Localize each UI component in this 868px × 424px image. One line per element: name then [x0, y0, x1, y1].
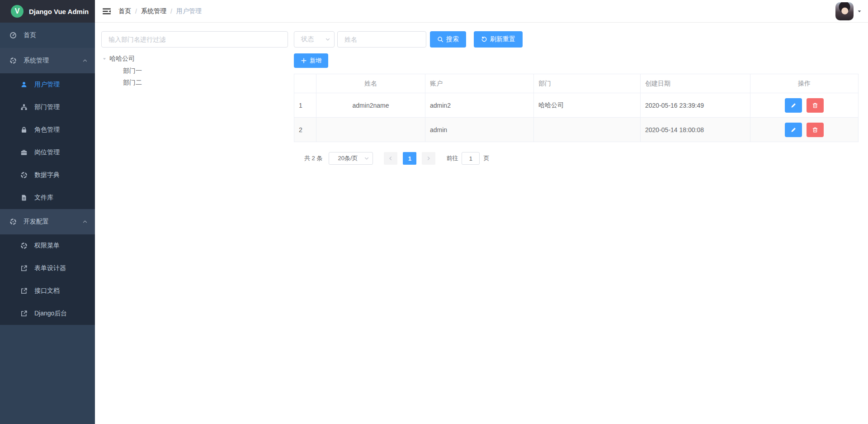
submenu-system: 用户管理 部门管理 角色管理 — [0, 73, 95, 209]
cell-created: 2020-05-16 23:39:49 — [641, 93, 750, 118]
sidebar-item-dept-mgmt[interactable]: 部门管理 — [0, 96, 95, 119]
cell-account: admin2 — [425, 93, 534, 118]
search-icon — [437, 36, 443, 43]
cell-actions — [750, 93, 859, 118]
content: 哈哈公司 部门一 部门二 状态 — [95, 23, 868, 424]
tree-node-child[interactable]: 部门二 — [101, 76, 288, 88]
goto-page-input[interactable] — [462, 152, 480, 165]
sidebar-submenu-system[interactable]: 系统管理 — [0, 48, 95, 73]
cell-index: 2 — [294, 118, 316, 142]
column-header-created: 创建日期 — [641, 74, 750, 93]
dept-filter-input[interactable] — [101, 31, 288, 48]
sidebar-item-permission-menu[interactable]: 权限菜单 — [0, 234, 95, 257]
caret-down-icon[interactable] — [857, 9, 862, 14]
goto-label: 前往 — [446, 154, 458, 162]
cell-name: admin2name — [316, 93, 425, 118]
sidebar-item-label: 开发配置 — [24, 218, 49, 226]
main-area: 首页 / 系统管理 / 用户管理 — [95, 0, 868, 424]
system-icon — [9, 57, 17, 65]
page-size-value: 20条/页 — [338, 154, 358, 162]
dashboard-icon — [9, 31, 17, 39]
edit-button[interactable] — [785, 98, 802, 113]
sidebar-item-label: 岗位管理 — [34, 148, 60, 157]
logo-bar[interactable]: V Django Vue Admin — [0, 0, 95, 23]
document-icon — [20, 194, 28, 202]
sidebar-menu: 首页 系统管理 用户管理 — [0, 23, 95, 424]
table-row: 1 admin2name admin2 哈哈公司 2020-05-16 23:3… — [294, 93, 859, 118]
reset-button-label: 刷新重置 — [490, 35, 515, 43]
search-button[interactable]: 搜索 — [430, 31, 466, 48]
status-select[interactable]: 状态 — [294, 31, 335, 48]
org-tree-icon — [20, 103, 28, 111]
dept-tree-panel: 哈哈公司 部门一 部门二 — [101, 31, 288, 424]
prev-page-button[interactable] — [384, 152, 397, 165]
topbar: 首页 / 系统管理 / 用户管理 — [95, 0, 868, 23]
delete-button[interactable] — [807, 123, 824, 137]
sidebar-item-post-mgmt[interactable]: 岗位管理 — [0, 141, 95, 164]
add-user-button[interactable]: 新增 — [294, 53, 328, 68]
cell-actions — [750, 118, 859, 142]
user-avatar[interactable] — [835, 2, 854, 20]
dept-tree: 哈哈公司 部门一 部门二 — [101, 53, 288, 88]
sidebar-item-label: 接口文档 — [34, 287, 60, 295]
cell-account: admin — [425, 118, 534, 142]
name-search-input[interactable] — [337, 31, 426, 48]
sidebar-item-label: 文件库 — [34, 194, 53, 202]
sidebar-item-data-dict[interactable]: 数据字典 — [0, 164, 95, 186]
lock-icon — [20, 126, 28, 134]
sidebar-item-home[interactable]: 首页 — [0, 23, 95, 48]
column-header-name: 姓名 — [316, 74, 425, 93]
sidebar-item-api-docs[interactable]: 接口文档 — [0, 280, 95, 302]
refresh-reset-button[interactable]: 刷新重置 — [474, 31, 523, 48]
cell-dept — [534, 118, 641, 142]
sidebar-submenu-dev-config[interactable]: 开发配置 — [0, 209, 95, 234]
status-select-value: 状态 — [301, 35, 314, 43]
breadcrumb-separator: / — [170, 8, 172, 15]
pagination: 共 2 条 20条/页 1 — [294, 152, 859, 165]
table-header-row: 姓名 账户 部门 创建日期 操作 — [294, 74, 859, 93]
breadcrumb-system[interactable]: 系统管理 — [141, 7, 166, 15]
sidebar-item-django-admin[interactable]: Django后台 — [0, 302, 95, 325]
next-page-button[interactable] — [422, 152, 435, 165]
breadcrumb-current: 用户管理 — [176, 7, 202, 15]
app-title: Django Vue Admin — [29, 8, 89, 15]
table-row: 2 admin 2020-05-14 18:00:08 — [294, 118, 859, 142]
trash-icon — [812, 127, 818, 133]
tree-node-root[interactable]: 哈哈公司 — [101, 53, 288, 65]
external-link-icon — [20, 287, 28, 295]
user-icon — [20, 81, 28, 89]
pager: 1 — [384, 152, 435, 165]
sidebar-item-label: 数据字典 — [34, 171, 60, 179]
sidebar-item-label: 表单设计器 — [34, 264, 66, 272]
sidebar-item-form-designer[interactable]: 表单设计器 — [0, 257, 95, 280]
page-size-select[interactable]: 20条/页 — [329, 152, 373, 165]
edit-button[interactable] — [785, 123, 802, 137]
chevron-down-icon — [364, 156, 369, 161]
caret-down-icon[interactable] — [102, 57, 107, 61]
users-table: 姓名 账户 部门 创建日期 操作 1 admin2name ad — [294, 74, 859, 142]
tree-node-child[interactable]: 部门一 — [101, 65, 288, 76]
page-number-button[interactable]: 1 — [403, 152, 416, 165]
config-icon — [9, 218, 17, 226]
column-header-actions: 操作 — [750, 74, 859, 93]
cell-name — [316, 118, 425, 142]
sidebar-item-role-mgmt[interactable]: 角色管理 — [0, 119, 95, 141]
column-header-dept: 部门 — [534, 74, 641, 93]
user-list-panel: 状态 搜索 — [294, 31, 859, 424]
briefcase-icon — [20, 148, 28, 157]
add-button-label: 新增 — [310, 57, 321, 65]
search-button-label: 搜索 — [446, 35, 459, 43]
sidebar-item-file-library[interactable]: 文件库 — [0, 186, 95, 209]
sidebar-collapse-icon[interactable] — [102, 7, 111, 16]
external-link-icon — [20, 310, 28, 318]
pagination-total: 共 2 条 — [304, 154, 322, 162]
edit-icon — [790, 102, 797, 109]
chevron-down-icon — [325, 37, 330, 42]
delete-button[interactable] — [807, 98, 824, 113]
app-root: V Django Vue Admin 首页 系统管理 — [0, 0, 868, 424]
breadcrumb-home[interactable]: 首页 — [118, 7, 131, 15]
sidebar-item-user-mgmt[interactable]: 用户管理 — [0, 73, 95, 96]
column-header-index — [294, 74, 316, 93]
sidebar-item-label: 首页 — [24, 31, 36, 39]
chevron-up-icon — [82, 58, 88, 63]
